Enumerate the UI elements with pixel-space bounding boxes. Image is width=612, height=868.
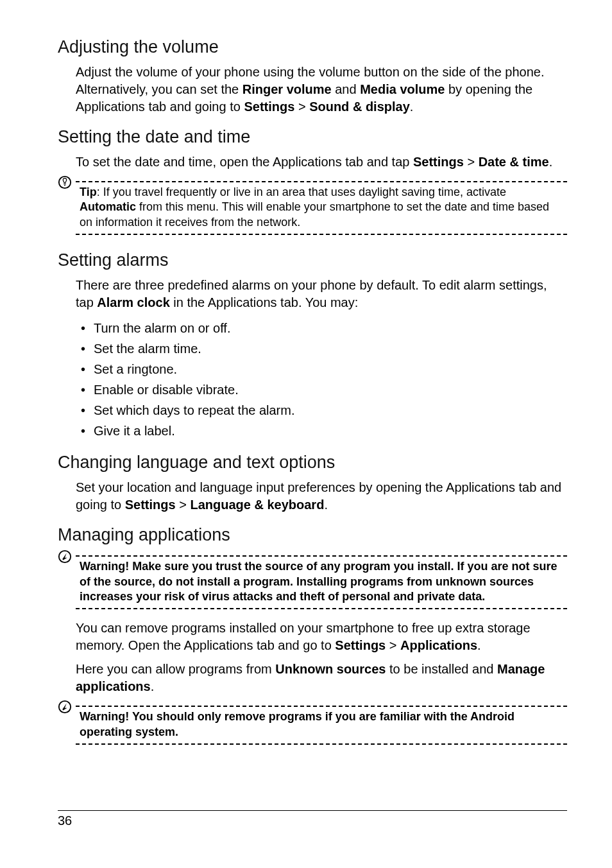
warning-text: Warning! You should only remove programs… — [76, 707, 567, 741]
page: Adjusting the volume Adjust the volume o… — [0, 0, 612, 868]
text: in the Applications tab. You may: — [170, 295, 359, 309]
text-bold: Ringer volume — [242, 82, 332, 96]
page-footer: 36 — [58, 810, 567, 828]
lightbulb-icon — [58, 175, 72, 189]
list-item: Set which days to repeat the alarm. — [76, 400, 567, 421]
text: > — [464, 155, 479, 169]
list-item: Set the alarm time. — [76, 338, 567, 359]
text: and — [332, 82, 360, 96]
text-bold: Tip — [80, 186, 97, 198]
tip-callout: Tip: If you travel frequently or live in… — [76, 177, 567, 239]
paragraph: Here you can allow programs from Unknown… — [76, 661, 567, 695]
text-bold: Language & keyboard — [190, 498, 324, 512]
warning-icon — [58, 700, 72, 714]
heading-changing-language: Changing language and text options — [58, 453, 567, 473]
heading-managing-applications: Managing applications — [58, 525, 567, 545]
text-bold: Settings — [413, 155, 464, 169]
paragraph: You can remove programs installed on you… — [76, 620, 567, 654]
text: . — [324, 498, 328, 512]
text: . — [477, 638, 481, 652]
paragraph: There are three predefined alarms on you… — [76, 277, 567, 311]
text: > — [386, 638, 400, 652]
text: . — [151, 679, 155, 693]
text-bold: Date & time — [479, 155, 549, 169]
heading-adjusting-volume: Adjusting the volume — [58, 37, 567, 57]
list-item: Give it a label. — [76, 421, 567, 441]
heading-setting-date-time: Setting the date and time — [58, 127, 567, 147]
text: . — [410, 100, 414, 114]
text-bold: Unknown sources — [275, 662, 386, 676]
text-bold: Sound & display — [309, 100, 410, 114]
text-bold: Settings — [335, 638, 386, 652]
text-bold: Warning! Make sure you trust the source … — [80, 560, 557, 603]
text-bold: Media volume — [360, 82, 445, 96]
text: to be installed and — [386, 662, 497, 676]
list-item: Set a ringtone. — [76, 359, 567, 379]
paragraph: Set your location and language input pre… — [76, 479, 567, 514]
dashed-divider — [76, 608, 567, 609]
paragraph: To set the date and time, open the Appli… — [76, 153, 567, 171]
text: : If you travel frequently or live in an… — [97, 186, 506, 198]
paragraph: Adjust the volume of your phone using th… — [76, 64, 567, 116]
warning-icon — [58, 550, 72, 564]
text-bold: Settings — [125, 498, 176, 512]
warning-text: Warning! Make sure you trust the source … — [76, 557, 567, 605]
text: > — [176, 498, 191, 512]
dashed-divider — [76, 234, 567, 235]
list-item: Enable or disable vibrate. — [76, 379, 567, 400]
text: To set the date and time, open the Appli… — [76, 155, 413, 169]
dashed-divider — [76, 743, 567, 745]
text-bold: Alarm clock — [97, 295, 169, 309]
text: . — [549, 155, 553, 169]
text-bold: Applications — [400, 638, 477, 652]
alarm-options-list: Turn the alarm on or off. Set the alarm … — [76, 318, 567, 441]
text: from this menu. This will enable your sm… — [80, 200, 549, 228]
page-number: 36 — [58, 813, 72, 828]
heading-setting-alarms: Setting alarms — [58, 250, 567, 270]
text-bold: Warning! You should only remove programs… — [80, 710, 514, 738]
text: > — [294, 100, 309, 114]
text-bold: Automatic — [80, 200, 136, 213]
tip-text: Tip: If you travel frequently or live in… — [76, 182, 567, 231]
warning-callout: Warning! You should only remove programs… — [76, 702, 567, 749]
warning-callout: Warning! Make sure you trust the source … — [76, 551, 567, 613]
text: Here you can allow programs from — [76, 662, 275, 676]
list-item: Turn the alarm on or off. — [76, 318, 567, 338]
text-bold: Settings — [244, 100, 294, 114]
